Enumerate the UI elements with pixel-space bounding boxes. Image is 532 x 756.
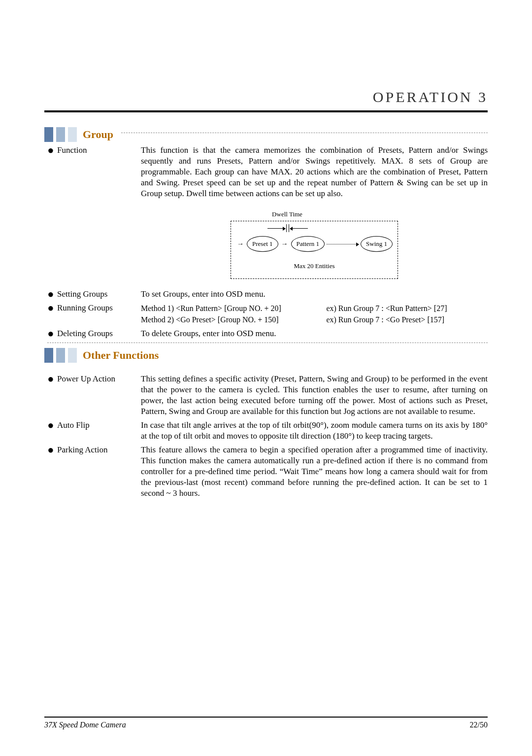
dashed-line: [47, 342, 488, 343]
group-diagram: Dwell Time → Preset 1 → Pattern 1 Swing …: [231, 209, 398, 279]
bullet-icon: ●: [44, 328, 57, 339]
group-running-row: ● Running Groups Method 1) <Run Pattern>…: [44, 303, 488, 325]
running-method-2: Method 2) <Go Preset> [Group NO. + 150]: [141, 314, 318, 325]
decor-bar: [56, 127, 65, 142]
other-powerup-row: ● Power Up Action This setting defines a…: [44, 374, 488, 417]
bullet-icon: ●: [44, 303, 57, 313]
item-text: In case that tilt angle arrives at the t…: [141, 420, 488, 442]
item-label: Parking Action: [57, 445, 141, 455]
item-label: Setting Groups: [57, 289, 141, 300]
item-text: This feature allows the camera to begin …: [141, 445, 488, 499]
item-label: Function: [57, 145, 141, 156]
diagram-node: Swing 1: [361, 236, 393, 252]
bullet-icon: ●: [44, 420, 57, 431]
group-deleting-row: ● Deleting Groups To delete Groups, ente…: [44, 328, 488, 339]
running-example-2: ex) Run Group 7 : <Go Preset> [157]: [326, 314, 488, 325]
decor-bar: [44, 348, 53, 363]
running-methods: Method 1) <Run Pattern> [Group NO. + 20]…: [141, 303, 488, 325]
page: OPERATION 3 Group ● Function This functi…: [0, 0, 532, 754]
group-function-row: ● Function This function is that the cam…: [44, 145, 488, 199]
dotted-arrow-icon: [327, 244, 359, 244]
bullet-icon: ●: [44, 289, 57, 300]
other-parking-row: ● Parking Action This feature allows the…: [44, 445, 488, 499]
dashed-line: [121, 133, 488, 134]
group-setting-row: ● Setting Groups To set Groups, enter in…: [44, 289, 488, 300]
section-title: Group: [83, 128, 113, 141]
divider: [44, 110, 488, 112]
item-label: Auto Flip: [57, 420, 141, 431]
bullet-icon: ●: [44, 445, 57, 455]
decor-bar: [44, 127, 53, 142]
item-label: Deleting Groups: [57, 328, 141, 339]
item-text: To delete Groups, enter into OSD menu.: [141, 328, 488, 339]
diagram-row: Dwell Time → Preset 1 → Pattern 1 Swing …: [44, 202, 488, 286]
arrow-icon: →: [280, 239, 289, 249]
page-footer: 37X Speed Dome Camera 22/50: [44, 717, 488, 729]
diagram-box: → Preset 1 → Pattern 1 Swing 1 Max 20 En…: [231, 221, 398, 279]
decor-bar: [68, 127, 77, 142]
section-title: Other Functions: [83, 349, 159, 362]
chapter-title: OPERATION 3: [44, 89, 488, 105]
footer-product-name: 37X Speed Dome Camera: [44, 721, 126, 729]
dwell-arrows: [267, 224, 308, 232]
decor-bar: [56, 348, 65, 363]
bullet-icon: ●: [44, 374, 57, 384]
diagram-node: Pattern 1: [291, 236, 325, 252]
item-label: Power Up Action: [57, 374, 141, 384]
arrow-icon: →: [236, 239, 245, 249]
decor-bar: [68, 348, 77, 363]
running-example-1: ex) Run Group 7 : <Run Pattern> [27]: [326, 303, 488, 314]
item-text: This function is that the camera memoriz…: [141, 145, 488, 199]
footer-page-number: 22/50: [470, 721, 488, 729]
diagram-top-label: Dwell Time: [176, 209, 398, 220]
item-label: Running Groups: [57, 303, 141, 313]
item-text: To set Groups, enter into OSD menu.: [141, 289, 488, 300]
item-text: This setting defines a specific activity…: [141, 374, 488, 417]
diagram-bottom-label: Max 20 Entities: [236, 261, 393, 272]
section-header-other: Other Functions: [44, 348, 488, 363]
other-autoflip-row: ● Auto Flip In case that tilt angle arri…: [44, 420, 488, 442]
diagram-node: Preset 1: [247, 236, 278, 252]
bullet-icon: ●: [44, 145, 57, 156]
section-header-group: Group: [44, 127, 488, 142]
running-method-1: Method 1) <Run Pattern> [Group NO. + 20]: [141, 303, 318, 314]
